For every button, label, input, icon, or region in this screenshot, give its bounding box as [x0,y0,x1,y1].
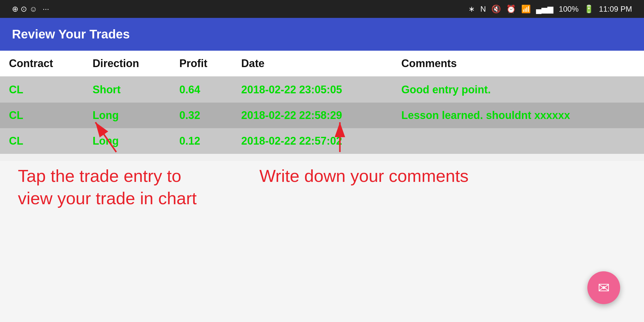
header-comments: Comments [392,51,644,77]
header-contract: Contract [0,51,83,77]
table-row[interactable]: CL Long 0.12 2018-02-22 22:57:02 [0,128,644,154]
cell-date-2: 2018-02-22 22:57:02 [232,128,392,154]
email-fab-button[interactable]: ✉ [587,271,620,304]
status-bar-left: ⊕ ⊙ ☺ ··· [12,4,49,14]
status-dots: ··· [43,4,49,14]
cell-comments-1: Lesson learned. shouldnt xxxxxx [392,103,644,128]
bluetooth-icon: ∗ [468,4,475,14]
app-icons: ⊕ ⊙ ☺ [12,4,37,14]
table-row[interactable]: CL Short 0.64 2018-02-22 23:05:05 Good e… [0,77,644,103]
app-bar: Review Your Trades [0,18,644,51]
cell-comments-2 [392,128,644,154]
battery-label: 100% [559,4,579,14]
cell-date-1: 2018-02-22 22:58:29 [232,103,392,128]
cell-contract-1: CL [0,103,83,128]
lower-bg [0,161,644,322]
nfc-icon: N [480,4,486,14]
app-title: Review Your Trades [12,27,130,41]
cell-profit-0: 0.64 [171,77,233,103]
status-bar-right: ∗ N 🔇 ⏰ 📶 ▄▅▆ 100% 🔋 11:09 PM [468,4,632,14]
wifi-icon: 📶 [521,4,531,14]
status-bar: ⊕ ⊙ ☺ ··· ∗ N 🔇 ⏰ 📶 ▄▅▆ 100% 🔋 11:09 PM [0,0,644,18]
cell-direction-2: Long [83,128,170,154]
table-header-row: Contract Direction Profit Date Comments [0,51,644,77]
cell-direction-1: Long [83,103,170,128]
battery-icon: 🔋 [584,4,594,14]
header-date: Date [232,51,392,77]
signal-icon: ▄▅▆ [536,4,553,14]
cell-contract-2: CL [0,128,83,154]
alarm-icon: ⏰ [506,4,516,14]
cell-direction-0: Short [83,77,170,103]
cell-profit-2: 0.12 [171,128,233,154]
cell-date-0: 2018-02-22 23:05:05 [232,77,392,103]
cell-comments-0: Good entry point. [392,77,644,103]
table-row[interactable]: CL Long 0.32 2018-02-22 22:58:29 Lesson … [0,103,644,128]
cell-profit-1: 0.32 [171,103,233,128]
mute-icon: 🔇 [491,4,501,14]
email-icon: ✉ [598,279,610,296]
trade-table: Contract Direction Profit Date Comments … [0,51,644,154]
trade-table-container: Contract Direction Profit Date Comments … [0,51,644,154]
cell-contract-0: CL [0,77,83,103]
header-direction: Direction [83,51,170,77]
header-profit: Profit [171,51,233,77]
time-display: 11:09 PM [599,4,632,14]
